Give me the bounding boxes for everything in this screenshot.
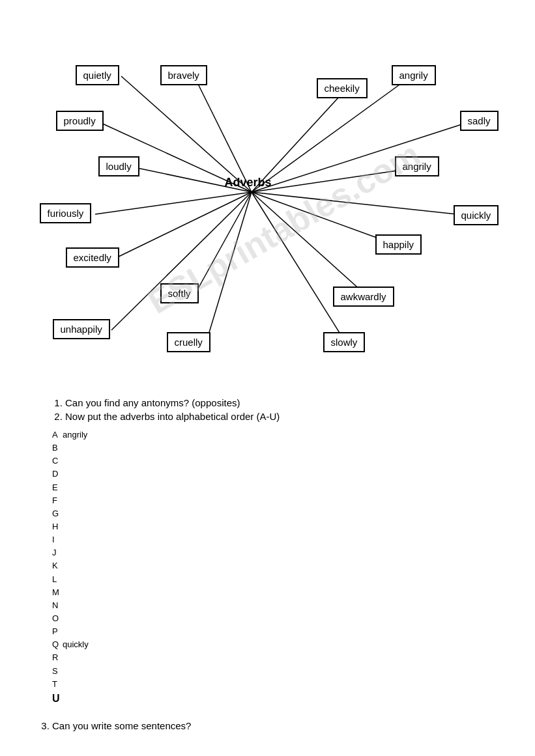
alpha-row: R <box>52 651 483 664</box>
alpha-row: K <box>52 559 483 572</box>
alpha-row: B <box>52 441 483 455</box>
word-box-bravely: bravely <box>160 65 207 85</box>
word-box-cheekily: cheekily <box>317 78 368 98</box>
word-box-angrily1: angrily <box>392 65 436 85</box>
word-box-quickly: quickly <box>454 205 499 225</box>
question-3: Can you write some sentences? <box>52 720 483 731</box>
alpha-row: L <box>52 573 483 586</box>
svg-line-0 <box>121 76 252 192</box>
alpha-row: O <box>52 612 483 625</box>
alpha-row: P <box>52 625 483 638</box>
alpha-row: H <box>52 520 483 533</box>
alpha-row: J <box>52 546 483 559</box>
alpha-letter: G <box>52 507 61 520</box>
alpha-row: Qquickly <box>52 638 483 651</box>
word-box-awkwardly: awkwardly <box>333 287 394 307</box>
svg-line-15 <box>252 192 369 298</box>
alpha-row: Aangrily <box>52 428 483 441</box>
alpha-letter: M <box>52 586 61 599</box>
alpha-letter: O <box>52 612 61 625</box>
word-box-sadly: sadly <box>460 111 499 131</box>
word-box-softly: softly <box>160 283 199 303</box>
svg-line-7 <box>111 192 252 330</box>
word-box-cruelly: cruelly <box>167 332 210 352</box>
alpha-row: C <box>52 455 483 468</box>
alpha-letter: S <box>52 665 61 678</box>
alpha-letter: A <box>52 428 61 441</box>
alpha-letter: U <box>52 691 61 707</box>
page: Adverbs quietly bravely proudly loudly f… <box>0 0 535 756</box>
alpha-row: D <box>52 468 483 481</box>
word-box-excitedly: excitedly <box>66 247 119 268</box>
alpha-letter: F <box>52 494 61 507</box>
alpha-row: N <box>52 599 483 612</box>
alpha-letter: D <box>52 468 61 481</box>
alpha-row: T <box>52 678 483 691</box>
sentence-section: Can you write some sentences? <box>52 720 483 731</box>
svg-line-6 <box>195 192 252 294</box>
svg-line-5 <box>115 192 252 259</box>
word-box-angrily2: angrily <box>395 156 439 176</box>
alpha-letter: N <box>52 599 61 612</box>
alpha-row: G <box>52 507 483 520</box>
alpha-row: F <box>52 494 483 507</box>
word-box-happily: happily <box>375 234 422 255</box>
svg-line-16 <box>252 192 346 343</box>
mindmap-container: Adverbs quietly bravely proudly loudly f… <box>20 26 515 391</box>
alpha-letter: B <box>52 441 61 455</box>
question-2: Now put the adverbs into alphabetical or… <box>65 411 483 422</box>
alpha-letter: E <box>52 481 61 494</box>
alpha-row: E <box>52 481 483 494</box>
alpha-letter: C <box>52 455 61 468</box>
center-label: Adverbs <box>224 176 271 189</box>
svg-line-1 <box>194 76 252 192</box>
svg-line-4 <box>95 192 252 214</box>
alpha-letter: K <box>52 559 61 572</box>
word-box-unhappily: unhappily <box>53 319 110 339</box>
svg-line-8 <box>206 192 252 343</box>
alpha-letter: L <box>52 573 61 586</box>
alpha-letter: I <box>52 533 61 546</box>
word-box-furiously: furiously <box>40 203 92 223</box>
word-box-slowly: slowly <box>323 332 366 352</box>
alpha-section: AangrilyBCDEFGHIJKLMNOPQquicklyRSTU <box>52 428 483 707</box>
alpha-letter: J <box>52 546 61 559</box>
alpha-row: S <box>52 665 483 678</box>
alpha-letter: H <box>52 520 61 533</box>
question-1: Can you find any antonyms? (opposites) <box>65 397 483 408</box>
alpha-row: M <box>52 586 483 599</box>
alpha-row: I <box>52 533 483 546</box>
questions-section: Can you find any antonyms? (opposites) N… <box>52 397 483 422</box>
svg-line-13 <box>252 192 475 216</box>
alpha-letter: T <box>52 678 61 691</box>
word-box-quietly: quietly <box>76 65 119 85</box>
svg-line-12 <box>252 167 419 192</box>
word-box-proudly: proudly <box>56 111 104 131</box>
word-box-loudly: loudly <box>98 156 139 176</box>
alpha-word: angrily <box>63 428 87 441</box>
alpha-letter: Q <box>52 638 61 651</box>
alpha-row: U <box>52 691 483 707</box>
alpha-letter: P <box>52 625 61 638</box>
alpha-letter: R <box>52 651 61 664</box>
alpha-word: quickly <box>63 638 89 651</box>
